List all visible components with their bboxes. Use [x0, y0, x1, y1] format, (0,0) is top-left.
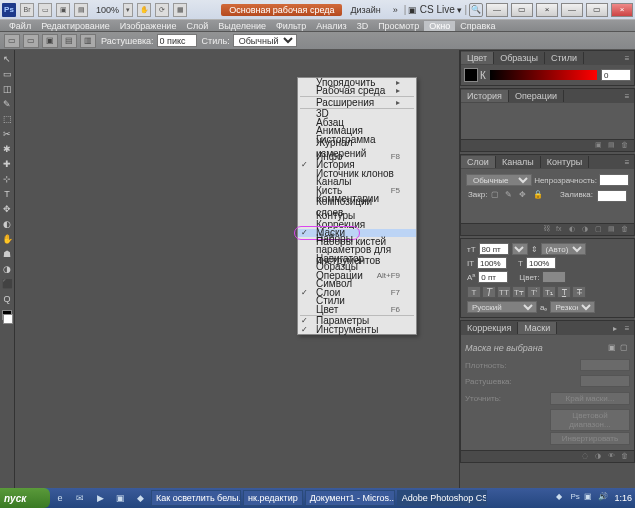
tool-button[interactable]: T [0, 187, 14, 201]
add-selection-icon[interactable]: ▣ [42, 34, 58, 48]
menu-окно[interactable]: Окно [424, 21, 455, 31]
menu-справка[interactable]: Справка [455, 21, 500, 31]
zoom-dropdown-icon[interactable]: ▾ [123, 3, 133, 17]
tool-button[interactable]: ✚ [0, 157, 14, 171]
tray-icon[interactable]: ◆ [556, 492, 568, 504]
tool-button[interactable]: ✎ [0, 97, 14, 111]
fx-icon[interactable]: fx [556, 225, 566, 234]
panel-collapse-icon[interactable]: ▸ [610, 323, 620, 333]
inner-minimize-button[interactable]: — [486, 3, 508, 17]
layers-list[interactable] [464, 204, 631, 220]
group-icon[interactable]: ▢ [595, 225, 605, 234]
fill-input[interactable] [597, 190, 627, 202]
delete-mask-icon[interactable]: 🗑 [621, 452, 631, 461]
workspace-switcher[interactable]: Основная рабочая среда [221, 4, 342, 16]
menu-item-Инструменты[interactable]: ✓Инструменты [298, 325, 416, 334]
tab-adjustments[interactable]: Коррекция [461, 322, 518, 334]
layout-icon[interactable]: ▭ [38, 3, 52, 17]
disable-mask-icon[interactable]: 👁 [608, 452, 618, 461]
caps-button[interactable]: TT [497, 286, 511, 298]
workspace-more-icon[interactable]: » [393, 5, 398, 15]
load-selection-icon[interactable]: ◌ [582, 452, 592, 461]
tool-button[interactable]: ◫ [0, 82, 14, 96]
tray-clock[interactable]: 1:16 [614, 493, 632, 503]
hand-icon[interactable]: ✋ [137, 3, 151, 17]
intersect-selection-icon[interactable]: ▥ [80, 34, 96, 48]
new-doc-icon[interactable]: ▤ [608, 141, 618, 150]
mask-icon[interactable]: ◐ [569, 225, 579, 234]
tab-layers[interactable]: Слои [461, 156, 496, 168]
antialias-select[interactable]: Резкое [550, 301, 595, 313]
menu-фильтр[interactable]: Фильтр [271, 21, 311, 31]
lock-position-icon[interactable]: ✥ [519, 190, 529, 200]
inner-close-button[interactable]: × [536, 3, 558, 17]
fg-color-swatch[interactable] [464, 68, 478, 82]
menu-выделение[interactable]: Выделение [213, 21, 271, 31]
tab-styles[interactable]: Стили [545, 52, 584, 64]
tab-masks[interactable]: Маски [518, 322, 557, 334]
delete-icon[interactable]: 🗑 [621, 141, 631, 150]
invert-button[interactable]: Инвертировать [550, 432, 630, 445]
taskbar-item[interactable]: Adobe Photoshop CS... [397, 490, 487, 506]
taskbar-item[interactable]: нк.редактир [243, 490, 303, 506]
tab-history[interactable]: История [461, 90, 509, 102]
vscale-input[interactable] [526, 257, 556, 269]
extras-icon[interactable]: ▤ [74, 3, 88, 17]
font-size-dd[interactable] [512, 243, 528, 255]
search-icon[interactable]: 🔍 [469, 3, 483, 17]
color-slider[interactable] [490, 70, 597, 80]
taskbar-item[interactable]: Как осветлить белы... [151, 490, 241, 506]
tab-paths[interactable]: Контуры [541, 156, 589, 168]
tool-button[interactable]: ☗ [0, 247, 14, 261]
tool-button[interactable]: ↖ [0, 52, 14, 66]
menu-изображение[interactable]: Изображение [115, 21, 182, 31]
tool-button[interactable]: ⬛ [0, 277, 14, 291]
cs-live-button[interactable]: ▣ CS Live ▾ [408, 4, 462, 15]
panel-menu-icon[interactable]: ≡ [622, 157, 632, 167]
quick-launch-mail[interactable]: ✉ [72, 490, 88, 506]
quick-launch-media[interactable]: ▶ [92, 490, 108, 506]
tray-icon[interactable]: ▣ [584, 492, 596, 504]
strike-button[interactable]: T̶ [572, 286, 586, 298]
apply-mask-icon[interactable]: ◑ [595, 452, 605, 461]
arrange-icon[interactable]: ▦ [173, 3, 187, 17]
leading-select[interactable]: (Авто) [541, 243, 586, 255]
tool-button[interactable]: ◐ [0, 217, 14, 231]
vector-mask-icon[interactable]: ▢ [620, 343, 630, 353]
workspace-design[interactable]: Дизайн [344, 4, 386, 16]
quick-launch-ie[interactable]: e [52, 490, 68, 506]
tool-button[interactable]: ✥ [0, 202, 14, 216]
panel-menu-icon[interactable]: ≡ [622, 53, 632, 63]
hscale-input[interactable] [477, 257, 507, 269]
style-select[interactable]: Обычный [233, 34, 297, 47]
lock-pixels-icon[interactable]: ✎ [505, 190, 515, 200]
baseline-input[interactable] [478, 271, 508, 283]
language-select[interactable]: Русский [467, 301, 537, 313]
new-snapshot-icon[interactable]: ▣ [595, 141, 605, 150]
rotate-icon[interactable]: ⟳ [155, 3, 169, 17]
bg-color[interactable] [3, 314, 13, 324]
color-value-input[interactable] [601, 69, 631, 81]
italic-button[interactable]: T [482, 286, 496, 298]
new-layer-icon[interactable]: ▤ [608, 225, 618, 234]
menu-просмотр[interactable]: Просмотр [373, 21, 424, 31]
smallcaps-button[interactable]: Tᴛ [512, 286, 526, 298]
color-range-button[interactable]: Цветовой диапазон... [550, 409, 630, 431]
menu-анализ[interactable]: Анализ [311, 21, 351, 31]
tool-button[interactable]: Q [0, 292, 14, 306]
mask-edge-button[interactable]: Край маски... [550, 392, 630, 405]
close-button[interactable]: × [611, 3, 633, 17]
taskbar-item[interactable]: Документ1 - Micros... [305, 490, 395, 506]
tray-icon[interactable]: 🔊 [598, 492, 610, 504]
new-selection-icon[interactable]: ▭ [23, 34, 39, 48]
font-size-input[interactable] [479, 243, 509, 255]
blend-mode-select[interactable]: Обычные [466, 174, 532, 186]
minimize-button[interactable]: — [561, 3, 583, 17]
char-color-swatch[interactable] [542, 271, 566, 283]
opacity-input[interactable] [599, 174, 629, 186]
mini-bridge-icon[interactable]: Br [20, 3, 34, 17]
history-panel-body[interactable] [461, 103, 634, 139]
menu-слой[interactable]: Слой [181, 21, 213, 31]
maximize-button[interactable]: ▭ [586, 3, 608, 17]
tool-button[interactable]: ✋ [0, 232, 14, 246]
